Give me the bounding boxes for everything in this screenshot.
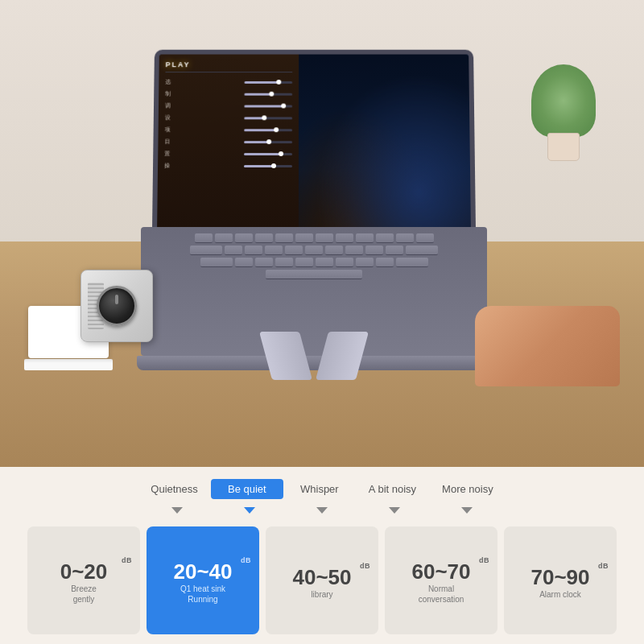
game-slider	[244, 117, 292, 119]
right-hand	[475, 306, 620, 386]
keyboard-row-1	[151, 233, 477, 243]
game-slider	[244, 129, 292, 131]
key	[275, 258, 293, 267]
key	[356, 233, 374, 243]
mode-labels-row[interactable]: Quietness Be quiet Whisper A bit noisy M…	[0, 467, 644, 507]
key	[406, 246, 438, 255]
card-quietness[interactable]: dB 0~20 Breezegently	[27, 526, 140, 634]
card-range-a-bit-noisy: 60~70	[411, 561, 470, 582]
game-slider-fill	[244, 80, 278, 83]
hands-area	[443, 266, 620, 386]
photo-section: PLAY 选 制	[0, 0, 644, 467]
game-slider-thumb	[271, 163, 276, 168]
mode-more-noisy[interactable]: More noisy	[429, 479, 506, 499]
game-slider	[244, 141, 292, 143]
arrow-whisper	[316, 507, 328, 514]
key	[245, 246, 262, 255]
game-slider-fill	[244, 153, 280, 155]
stand-arm-left	[259, 332, 312, 380]
game-slider-thumb	[274, 127, 279, 132]
key	[396, 258, 428, 267]
game-menu-row: 制	[165, 89, 292, 99]
arrow-a-bit-noisy	[389, 507, 400, 514]
card-range-be-quiet: 20~40	[173, 561, 232, 582]
game-slider	[244, 153, 292, 155]
card-a-bit-noisy[interactable]: dB 60~70 Normalconversation	[385, 526, 497, 634]
mode-a-bit-noisy[interactable]: A bit noisy	[356, 479, 429, 499]
arrow-col-more-noisy	[431, 507, 503, 514]
key	[376, 233, 394, 243]
game-slider-fill	[244, 93, 270, 95]
card-range-quietness: 0~20	[60, 561, 108, 582]
game-menu-row: 选	[165, 77, 292, 87]
arrow-col-be-quiet	[213, 507, 286, 514]
key	[190, 246, 222, 255]
card-sub-quietness: Breezegently	[71, 584, 97, 605]
arrow-more-noisy	[461, 507, 473, 514]
key	[316, 258, 333, 267]
keyboard-row-3	[151, 258, 477, 267]
game-menu-label: 置	[164, 150, 170, 158]
key	[336, 258, 353, 267]
paper-stack-bottom	[24, 362, 113, 370]
key	[200, 258, 233, 267]
arrow-col-a-bit-noisy	[358, 507, 431, 514]
game-menu-label: 制	[165, 90, 171, 98]
key	[295, 258, 313, 267]
game-slider-fill	[244, 129, 275, 131]
card-more-noisy[interactable]: dB 70~90 Alarm clock	[504, 526, 617, 634]
key	[255, 233, 273, 243]
card-whisper[interactable]: dB 40~50 library	[266, 526, 378, 634]
game-slider-thumb	[269, 91, 274, 96]
stand-arm-right	[316, 332, 369, 380]
card-be-quiet[interactable]: dB 20~40 Q1 heat sinkRunning	[147, 526, 259, 634]
mode-whisper[interactable]: Whisper	[283, 479, 356, 499]
game-slider-thumb	[276, 79, 281, 84]
game-slider-fill	[244, 105, 283, 107]
card-db-label-a-bit-noisy: dB	[479, 556, 489, 564]
arrow-quietness	[171, 507, 183, 514]
key	[275, 233, 293, 243]
arrow-col-quietness	[141, 507, 213, 514]
game-menu-label: 操	[164, 162, 170, 170]
game-menu-row: 操	[164, 161, 292, 171]
key	[416, 233, 434, 243]
game-slider	[244, 165, 292, 167]
key	[316, 233, 333, 243]
key	[255, 258, 273, 267]
game-slider	[244, 80, 292, 83]
game-menu-label: 项	[165, 126, 171, 134]
game-title-bar: PLAY	[165, 60, 291, 72]
card-range-whisper: 40~50	[292, 567, 351, 588]
game-menu-label: 目	[164, 138, 170, 146]
plant-pot	[547, 133, 580, 161]
key	[386, 246, 403, 255]
mode-be-quiet[interactable]: Be quiet	[211, 479, 283, 499]
spacebar-key	[266, 270, 362, 279]
key	[365, 246, 383, 255]
card-sub-more-noisy: Alarm clock	[539, 589, 581, 600]
key	[265, 246, 283, 255]
key	[235, 233, 253, 243]
keyboard-row-4	[151, 270, 477, 279]
game-menu-label: 选	[165, 78, 171, 86]
game-menu-row: 项	[165, 125, 292, 134]
keyboard-rows	[141, 227, 487, 287]
mode-quietness[interactable]: Quietness	[138, 479, 211, 499]
key	[336, 233, 353, 243]
game-slider-thumb	[262, 115, 266, 120]
card-sub-be-quiet: Q1 heat sinkRunning	[180, 584, 225, 605]
game-title: PLAY	[166, 60, 191, 68]
game-menu-row: 置	[164, 149, 291, 159]
card-db-label-quietness: dB	[122, 556, 132, 564]
card-db-label-be-quiet: dB	[241, 556, 251, 564]
info-section: Quietness Be quiet Whisper A bit noisy M…	[0, 467, 644, 644]
game-menu-row: 设	[165, 113, 292, 122]
game-menu-label: 设	[165, 114, 171, 122]
key	[396, 233, 414, 243]
game-slider-fill	[244, 141, 268, 143]
key	[305, 246, 323, 255]
game-slider	[244, 105, 292, 107]
main-container: PLAY 选 制	[0, 0, 644, 644]
game-slider-thumb	[279, 151, 283, 156]
